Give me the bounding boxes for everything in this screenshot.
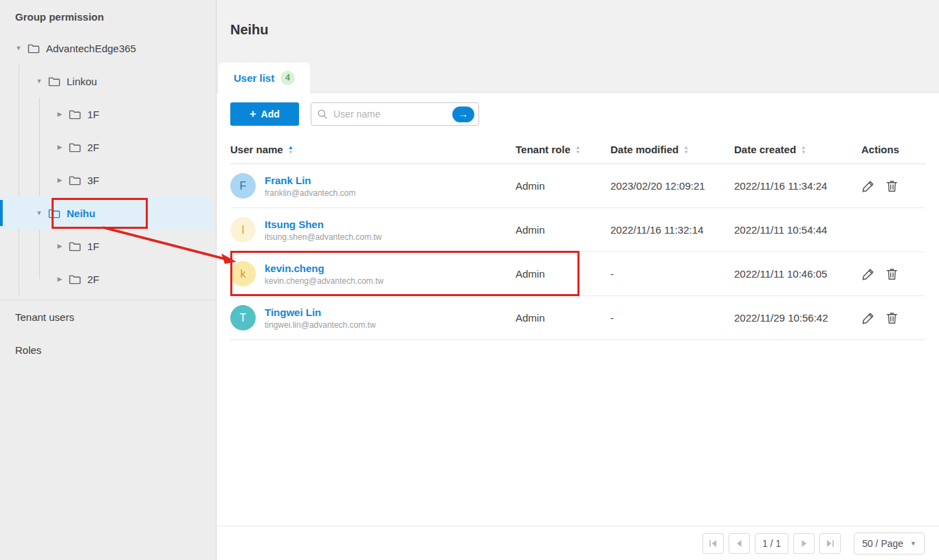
tree-item-label: Neihu	[67, 208, 96, 219]
sort-icon[interactable]: ▲ ▼	[683, 145, 689, 155]
sidebar-item[interactable]: Roles	[0, 333, 216, 366]
delete-button[interactable]	[885, 267, 898, 281]
date-created-cell: 2022/11/29 10:56:42	[734, 312, 861, 324]
chevron-down-icon: ▼	[910, 540, 916, 547]
tenant-role-cell: Admin	[516, 268, 610, 280]
sidebar: Group permission ▼ AdvantechEdge365 ▼ Li…	[0, 0, 217, 560]
edit-button[interactable]	[861, 311, 875, 325]
user-name-link[interactable]: kevin.cheng	[265, 262, 384, 274]
tree-item-label: 1F	[87, 109, 100, 120]
search-input[interactable]	[332, 108, 452, 120]
tree-item-label: AdvantechEdge365	[46, 43, 136, 54]
table-body: F Frank Lin franklin@advantech.com Admin…	[230, 164, 925, 340]
user-cell: F Frank Lin franklin@advantech.com	[230, 173, 516, 199]
caret-icon[interactable]: ▶	[52, 276, 67, 282]
tree-item[interactable]: ▼ Linkou	[0, 65, 216, 98]
tab-user-list[interactable]: User list 4	[219, 63, 310, 93]
actions-cell	[861, 179, 925, 193]
page-size-value: 50 / Page	[862, 538, 903, 549]
tree-item[interactable]: ▶ 2F	[0, 262, 216, 295]
column-header-label: Date modified	[610, 144, 678, 155]
sidebar-title: Group permission	[0, 0, 216, 32]
tree-item-label: 1F	[87, 240, 100, 252]
pagination-next-button[interactable]	[793, 533, 815, 554]
tree-item[interactable]: ▼ AdvantechEdge365	[0, 32, 216, 65]
user-email: franklin@advantech.com	[265, 188, 355, 198]
user-name-link[interactable]: Itsung Shen	[265, 219, 382, 230]
plus-icon: +	[250, 108, 256, 120]
pagination-first-button[interactable]	[703, 533, 724, 554]
user-email: kevin.cheng@advantech.com.tw	[265, 276, 384, 286]
date-created-cell: 2022/11/11 10:54:44	[734, 224, 861, 236]
table-row[interactable]: k kevin.cheng kevin.cheng@advantech.com.…	[230, 252, 925, 296]
caret-icon[interactable]: ▼	[11, 45, 26, 52]
delete-button[interactable]	[885, 311, 898, 325]
folder-icon	[69, 241, 81, 251]
user-name-link[interactable]: Frank Lin	[265, 175, 355, 186]
tab-content: + Add → User name ▲	[217, 93, 939, 526]
column-header-label: Actions	[861, 144, 899, 155]
column-header[interactable]: Date created ▲ ▼	[734, 144, 861, 155]
tree-item[interactable]: ▼ Neihu	[0, 197, 212, 229]
date-created-cell: 2022/11/11 10:46:05	[734, 268, 861, 280]
add-user-button-label: Add	[261, 109, 280, 120]
column-header[interactable]: Date modified ▲ ▼	[610, 144, 734, 155]
actions-cell	[861, 267, 925, 281]
column-header-label: Date created	[734, 144, 796, 155]
date-modified-cell: -	[610, 268, 734, 280]
caret-icon[interactable]: ▶	[52, 144, 67, 150]
edit-button[interactable]	[861, 267, 875, 281]
tree-item[interactable]: ▶ 2F	[0, 131, 216, 164]
page-title: Neihu	[217, 0, 939, 38]
folder-icon	[69, 175, 81, 186]
user-cell: I Itsung Shen itsung.shen@advantech.com.…	[230, 217, 516, 243]
tree-item-label: 2F	[87, 142, 100, 153]
avatar: T	[230, 305, 256, 331]
folder-icon	[69, 142, 81, 153]
sort-icon[interactable]: ▲ ▼	[801, 145, 806, 155]
sidebar-item-label: Tenant users	[15, 311, 74, 323]
table-row[interactable]: T Tingwei Lin tingwei.lin@advantech.com.…	[230, 296, 925, 340]
edit-button[interactable]	[861, 179, 875, 193]
actions-cell	[861, 311, 925, 325]
search-submit-button[interactable]: →	[452, 107, 474, 122]
tree-item-label: 3F	[87, 175, 100, 186]
group-tree: ▼ AdvantechEdge365 ▼ Linkou ▶ 1F ▶	[0, 32, 216, 295]
tenant-role-cell: Admin	[516, 180, 610, 192]
user-name-link[interactable]: Tingwei Lin	[265, 306, 376, 318]
user-table: User name ▲ ▼ Tenant role ▲ ▼ Date modif…	[230, 135, 925, 340]
pagination-bar: 1 / 1 50 / Page ▼	[217, 526, 939, 560]
column-header[interactable]: Actions	[861, 144, 925, 155]
tree-item[interactable]: ▶ 1F	[0, 229, 216, 262]
column-header[interactable]: Tenant role ▲ ▼	[516, 144, 610, 155]
caret-icon[interactable]: ▶	[52, 111, 67, 117]
caret-icon[interactable]: ▼	[32, 78, 47, 85]
avatar: F	[230, 173, 256, 199]
sort-icon[interactable]: ▲ ▼	[288, 145, 294, 155]
add-user-button[interactable]: + Add	[230, 102, 299, 126]
column-header-label: Tenant role	[516, 144, 571, 155]
sidebar-item-label: Roles	[15, 344, 41, 356]
date-modified-cell: -	[610, 312, 734, 324]
sidebar-links: Tenant users Roles	[0, 300, 216, 366]
sort-icon[interactable]: ▲ ▼	[575, 145, 581, 155]
tree-item[interactable]: ▶ 1F	[0, 98, 216, 131]
caret-icon[interactable]: ▶	[52, 243, 67, 249]
table-row[interactable]: F Frank Lin franklin@advantech.com Admin…	[230, 164, 925, 208]
caret-icon[interactable]: ▶	[52, 177, 67, 183]
user-cell: T Tingwei Lin tingwei.lin@advantech.com.…	[230, 305, 516, 331]
tree-item[interactable]: ▶ 3F	[0, 164, 216, 197]
column-header-label: User name	[230, 144, 283, 155]
tenant-role-cell: Admin	[516, 312, 610, 324]
pagination-last-button[interactable]	[819, 533, 841, 554]
table-row[interactable]: I Itsung Shen itsung.shen@advantech.com.…	[230, 208, 925, 252]
column-header[interactable]: User name ▲ ▼	[230, 144, 516, 155]
page-indicator: 1 / 1	[755, 533, 788, 554]
caret-icon[interactable]: ▼	[32, 210, 47, 216]
delete-button[interactable]	[885, 179, 898, 193]
sidebar-item[interactable]: Tenant users	[0, 300, 216, 333]
page-size-select[interactable]: 50 / Page ▼	[854, 533, 925, 555]
pagination-prev-button[interactable]	[729, 533, 750, 554]
avatar: k	[230, 261, 256, 287]
tab-user-list-label: User list	[234, 72, 274, 84]
